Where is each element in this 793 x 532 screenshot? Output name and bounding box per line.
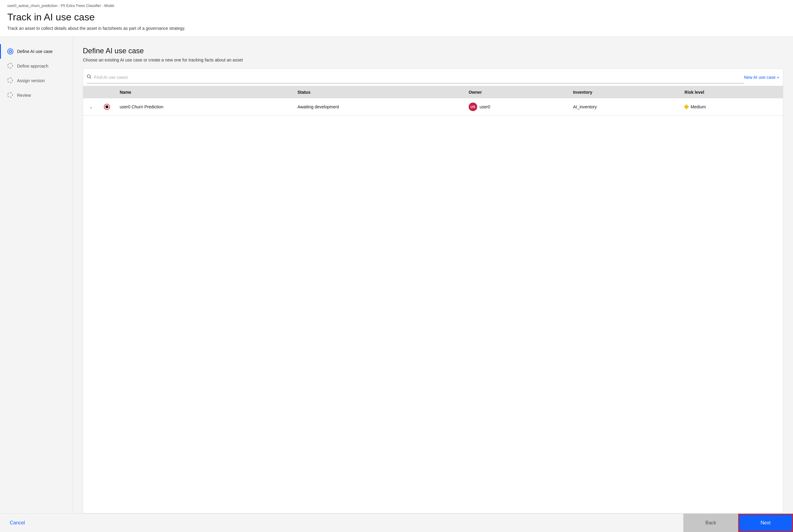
page-wrapper: user0_autoai_churn_prediction - P5 Extra… [0, 0, 793, 532]
content-panel: Define AI use case Choose an existing AI… [73, 37, 793, 513]
row-owner-cell: US user0 [464, 98, 568, 116]
table-header-row: Name Status Owner Inventory Risk level [83, 86, 783, 98]
table-header-owner: Owner [464, 86, 568, 98]
risk-cell-content: Medium [685, 104, 778, 109]
table-header-expand [83, 86, 99, 98]
owner-avatar: US [469, 102, 477, 111]
radio-wrapper[interactable] [104, 104, 110, 110]
search-input[interactable] [94, 75, 744, 80]
search-icon [87, 74, 92, 80]
next-button[interactable]: Next [738, 514, 793, 532]
page-header: Track in AI use case Track an asset to c… [0, 9, 793, 37]
table-row[interactable]: ⌄ user0 Churn Prediction Awaiting [83, 98, 783, 116]
use-cases-table: Name Status Owner Inventory Risk level ⌄ [83, 86, 783, 116]
sidebar: Define AI use case Define approach Assig… [0, 37, 73, 513]
table-header-status: Status [293, 86, 464, 98]
sidebar-item-label: Define AI use case [17, 49, 53, 54]
sidebar-item-review[interactable]: Review [0, 88, 73, 102]
footer-right: Back Next [683, 514, 793, 532]
page-title: Track in AI use case [7, 12, 786, 23]
sidebar-item-label: Define approach [17, 63, 49, 69]
row-risk-cell: Medium [680, 98, 783, 116]
step-icon-inactive-2 [7, 78, 13, 84]
radio-outer [104, 104, 110, 110]
sidebar-item-define-approach[interactable]: Define approach [0, 59, 73, 73]
step-icon-inactive [7, 63, 13, 69]
svg-point-2 [10, 51, 11, 52]
sidebar-item-define-ai-use-case[interactable]: Define AI use case [0, 44, 73, 59]
sidebar-item-label: Assign version [17, 78, 45, 83]
search-row: New AI use case + [83, 69, 783, 86]
table-header-select [99, 86, 115, 98]
expand-button[interactable]: ⌄ [88, 104, 94, 109]
owner-cell-content: US user0 [469, 102, 564, 111]
owner-name: user0 [480, 104, 490, 109]
page-description: Track an asset to collect details about … [7, 25, 190, 32]
cancel-button[interactable]: Cancel [10, 520, 25, 526]
step-icon-inactive-3 [7, 92, 13, 98]
main-content: Define AI use case Define approach Assig… [0, 37, 793, 513]
panel-description: Choose an existing AI use case or create… [83, 58, 783, 62]
breadcrumb: user0_autoai_churn_prediction - P5 Extra… [0, 0, 793, 9]
search-area [87, 71, 744, 83]
back-button[interactable]: Back [683, 514, 738, 532]
table-header-inventory: Inventory [568, 86, 680, 98]
risk-diamond-icon [684, 104, 689, 110]
row-select-cell [99, 98, 115, 116]
table-header-risk: Risk level [680, 86, 783, 98]
sidebar-item-assign-version[interactable]: Assign version [0, 73, 73, 88]
new-use-case-button[interactable]: New AI use case + [744, 75, 779, 80]
svg-line-4 [90, 77, 91, 78]
footer: Cancel Back Next [0, 513, 793, 532]
footer-left: Cancel [0, 514, 35, 532]
sidebar-item-label: Review [17, 93, 31, 98]
table-container: New AI use case + Name Status Owner Inve… [83, 69, 783, 513]
row-name-cell: user0 Churn Prediction [115, 98, 293, 116]
radio-inner [105, 105, 108, 108]
row-status-cell: Awaiting development [293, 98, 464, 116]
row-inventory-cell: AI_inventory [568, 98, 680, 116]
panel-title: Define AI use case [83, 46, 783, 55]
risk-level-label: Medium [691, 104, 706, 109]
step-icon-active [7, 49, 13, 55]
row-expand-cell: ⌄ [83, 98, 99, 116]
table-header-name: Name [115, 86, 293, 98]
